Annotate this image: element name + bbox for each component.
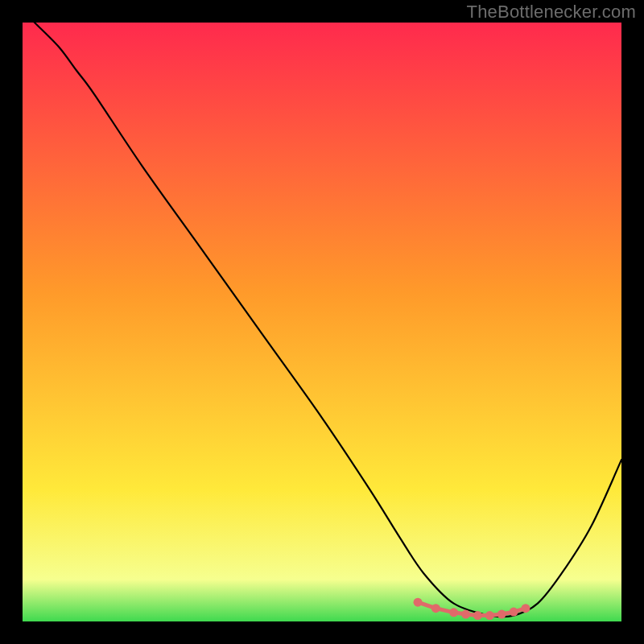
highlight-dot [497, 610, 506, 619]
attribution-text: TheBottlenecker.com [467, 2, 636, 23]
chart-svg [23, 23, 621, 621]
highlight-dot [473, 611, 482, 620]
highlight-dot [431, 604, 440, 613]
highlight-dot [461, 610, 470, 619]
highlight-dot [414, 598, 423, 607]
highlight-dot [449, 608, 458, 617]
highlight-dot [521, 604, 530, 613]
highlight-dot [510, 608, 518, 617]
chart-plot-area [23, 23, 621, 621]
chart-background [23, 23, 621, 621]
highlight-dot [485, 611, 494, 620]
